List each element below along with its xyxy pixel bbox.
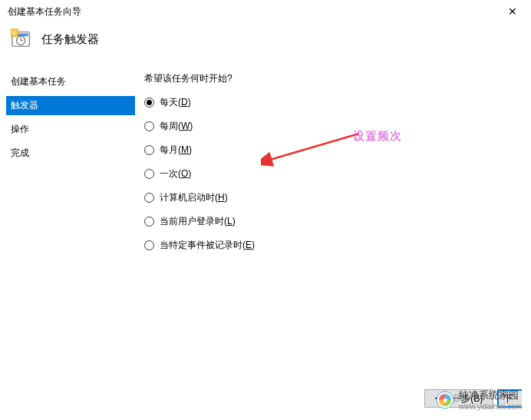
radio-daily[interactable]: 每天(D)	[144, 96, 531, 109]
radio-event[interactable]: 当特定事件被记录时(E)	[144, 239, 531, 252]
radio-monthly[interactable]: 每月(M)	[144, 144, 531, 157]
radio-icon	[144, 121, 154, 131]
close-icon[interactable]: ✕	[502, 5, 523, 18]
page-title: 任务触发器	[41, 32, 99, 47]
radio-once[interactable]: 一次(O)	[144, 167, 531, 180]
radio-label: 当特定事件被记录时(E)	[160, 239, 255, 252]
wizard-steps: 创建基本任务 触发器 操作 完成	[6, 72, 135, 263]
radio-startup[interactable]: 计算机启动时(H)	[144, 191, 531, 204]
trigger-options: 每天(D) 每周(W) 每月(M) 一次(O) 计算机启动时(H) 当前用户登录…	[144, 96, 531, 252]
window-title: 创建基本任务向导	[8, 5, 81, 18]
clock-icon	[11, 28, 34, 51]
radio-icon	[144, 217, 154, 227]
radio-label: 当前用户登录时(L)	[160, 215, 236, 228]
sidebar-item-finish[interactable]: 完成	[6, 144, 135, 163]
radio-label: 每周(W)	[160, 120, 193, 133]
radio-icon	[144, 145, 154, 155]
watermark: 纯净系统家园 www.yidaimei.com	[436, 389, 522, 411]
radio-label: 每天(D)	[160, 96, 191, 109]
watermark-url: www.yidaimei.com	[459, 402, 522, 411]
radio-icon	[144, 98, 154, 107]
radio-weekly[interactable]: 每周(W)	[144, 120, 531, 133]
radio-logon[interactable]: 当前用户登录时(L)	[144, 215, 531, 228]
radio-label: 计算机启动时(H)	[160, 191, 228, 204]
radio-icon	[144, 169, 154, 179]
radio-icon	[144, 193, 154, 203]
radio-label: 一次(O)	[160, 167, 191, 180]
watermark-logo-icon	[436, 391, 454, 409]
trigger-prompt: 希望该任务何时开始?	[144, 72, 531, 85]
watermark-name: 纯净系统家园	[459, 389, 522, 402]
annotation-label: 设置频次	[353, 129, 402, 144]
radio-label: 每月(M)	[160, 144, 192, 157]
sidebar-item-action[interactable]: 操作	[6, 120, 135, 139]
wizard-header: 任务触发器	[0, 21, 531, 72]
sidebar-item-trigger[interactable]: 触发器	[6, 96, 135, 115]
radio-icon	[144, 240, 154, 250]
sidebar-item-create[interactable]: 创建基本任务	[6, 72, 135, 91]
